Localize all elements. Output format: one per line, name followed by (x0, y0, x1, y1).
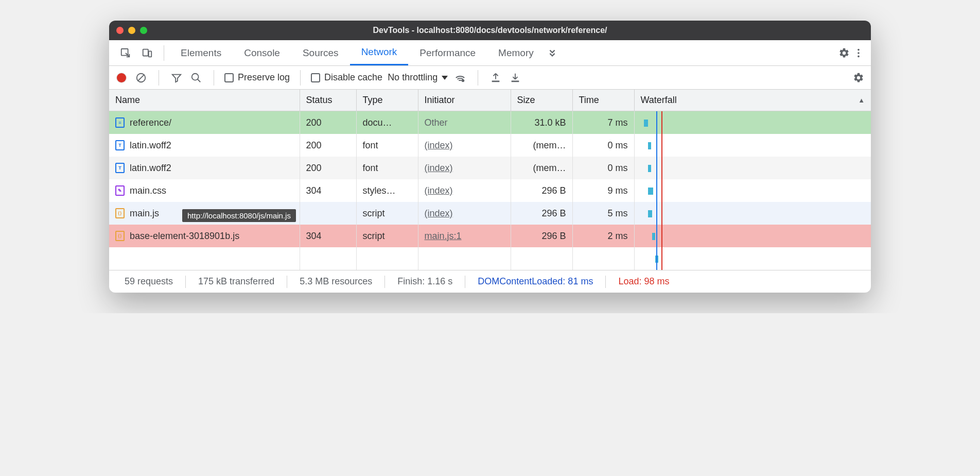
status-cell: 304 (300, 225, 356, 247)
waterfall-cell (634, 179, 871, 202)
traffic-lights (116, 27, 147, 34)
js-file-icon: ⟨⟩ (115, 208, 125, 218)
chevron-down-icon (442, 76, 448, 80)
time-cell: 0 ms (572, 157, 634, 179)
col-header-initiator[interactable]: Initiator (418, 90, 511, 111)
svg-point-3 (857, 48, 860, 50)
table-row[interactable]: Tlatin.woff2200font(index)(mem…0 ms (109, 157, 871, 179)
status-load: Load: 98 ms (611, 276, 676, 287)
export-har-icon[interactable] (508, 71, 522, 85)
table-row-empty (109, 247, 871, 270)
disable-cache-label: Disable cache (324, 72, 382, 83)
file-name: latin.woff2 (130, 140, 171, 151)
size-cell: 296 B (511, 225, 572, 247)
status-cell: 304 (300, 179, 356, 202)
css-file-icon: ✎ (115, 185, 125, 196)
size-cell: 296 B (511, 202, 572, 225)
separator (164, 45, 164, 61)
throttling-select[interactable]: No throttling (388, 72, 448, 83)
window-title: DevTools - localhost:8080/docs/devtools/… (373, 26, 607, 35)
table-row[interactable]: ✎main.css304styles…(index)296 B9 ms (109, 179, 871, 202)
type-cell: font (356, 157, 418, 179)
size-cell: (mem… (511, 134, 572, 157)
col-header-size[interactable]: Size (511, 90, 572, 111)
waterfall-cell (634, 157, 871, 179)
status-cell: 200 (300, 111, 356, 134)
file-name: main.css (130, 185, 166, 196)
time-cell: 7 ms (572, 111, 634, 134)
initiator-cell[interactable]: (index) (418, 134, 511, 157)
disable-cache-checkbox[interactable]: Disable cache (311, 72, 382, 83)
status-resources: 5.3 MB resources (292, 276, 379, 287)
time-cell: 9 ms (572, 179, 634, 202)
status-cell (300, 202, 356, 225)
js-file-icon: ⟨⟩ (115, 231, 125, 241)
table-row[interactable]: ⟨⟩base-element-3018901b.js304scriptmain.… (109, 225, 871, 247)
tab-network[interactable]: Network (350, 40, 409, 65)
network-settings-icon[interactable] (851, 71, 866, 85)
file-name: base-element-3018901b.js (130, 231, 239, 242)
throttling-value: No throttling (388, 72, 437, 83)
tab-elements[interactable]: Elements (169, 40, 233, 65)
separator (185, 276, 186, 288)
table-header-row: Name Status Type Initiator Size Time Wat… (109, 90, 871, 111)
size-cell: 296 B (511, 179, 572, 202)
maximize-icon[interactable] (140, 27, 147, 34)
tooltip: http://localhost:8080/js/main.js (182, 209, 296, 222)
statusbar: 59 requests 175 kB transferred 5.3 MB re… (109, 270, 871, 293)
table-row[interactable]: ≡reference/200docu…Other31.0 kB7 ms (109, 111, 871, 134)
font-file-icon: T (115, 163, 125, 173)
svg-rect-12 (512, 80, 519, 82)
type-cell: script (356, 202, 418, 225)
type-cell: font (356, 134, 418, 157)
svg-rect-1 (143, 49, 148, 56)
network-conditions-icon[interactable] (453, 71, 467, 85)
col-header-time[interactable]: Time (572, 90, 634, 111)
status-dcl: DOMContentLoaded: 81 ms (470, 276, 600, 287)
type-cell: script (356, 225, 418, 247)
col-header-waterfall[interactable]: Waterfall▲ (634, 90, 871, 111)
record-button[interactable] (114, 71, 129, 85)
initiator-cell[interactable]: (index) (418, 179, 511, 202)
col-header-type[interactable]: Type (356, 90, 418, 111)
initiator-cell[interactable]: (index) (418, 202, 511, 225)
clear-icon[interactable] (134, 71, 148, 85)
tab-performance[interactable]: Performance (408, 40, 487, 65)
tab-sources[interactable]: Sources (291, 40, 350, 65)
import-har-icon[interactable] (488, 71, 503, 85)
more-tabs-icon[interactable] (545, 46, 559, 60)
file-name: reference/ (130, 117, 171, 128)
search-icon[interactable] (189, 71, 203, 85)
close-icon[interactable] (116, 27, 124, 34)
settings-icon[interactable] (837, 46, 851, 60)
separator (214, 70, 214, 86)
table-row[interactable]: Tlatin.woff2200font(index)(mem…0 ms (109, 134, 871, 157)
initiator-cell[interactable]: (index) (418, 157, 511, 179)
svg-rect-2 (149, 51, 152, 57)
status-cell: 200 (300, 157, 356, 179)
separator (605, 276, 606, 288)
device-toggle-icon[interactable] (140, 46, 154, 60)
svg-line-9 (198, 79, 201, 82)
size-cell: (mem… (511, 157, 572, 179)
status-cell: 200 (300, 134, 356, 157)
separator (159, 70, 159, 86)
col-header-name[interactable]: Name (109, 90, 300, 111)
svg-point-4 (857, 52, 860, 54)
titlebar: DevTools - localhost:8080/docs/devtools/… (109, 21, 871, 40)
table-row[interactable]: ⟨⟩main.jshttp://localhost:8080/js/main.j… (109, 202, 871, 225)
svg-rect-11 (492, 80, 500, 82)
kebab-menu-icon[interactable] (851, 46, 866, 60)
tab-console[interactable]: Console (233, 40, 291, 65)
tab-memory[interactable]: Memory (487, 40, 545, 65)
inspect-icon[interactable] (118, 46, 133, 60)
minimize-icon[interactable] (128, 27, 135, 34)
font-file-icon: T (115, 140, 125, 150)
waterfall-cell (634, 225, 871, 247)
filter-icon[interactable] (169, 71, 184, 85)
time-cell: 5 ms (572, 202, 634, 225)
initiator-cell[interactable]: main.js:1 (418, 225, 511, 247)
time-cell: 2 ms (572, 225, 634, 247)
preserve-log-checkbox[interactable]: Preserve log (224, 72, 290, 83)
col-header-status[interactable]: Status (300, 90, 356, 111)
